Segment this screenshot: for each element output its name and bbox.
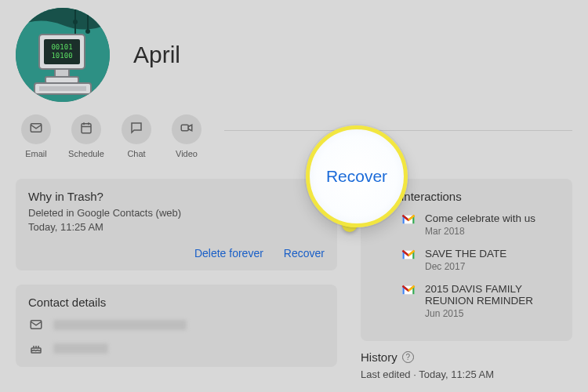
email-label: Email: [25, 149, 47, 158]
interaction-title: 2015 DAVIS FAMILY REUNION REMINDER: [425, 283, 560, 307]
svg-rect-9: [55, 69, 69, 77]
svg-point-4: [85, 29, 90, 34]
divider: [224, 130, 572, 131]
calendar-icon: [79, 121, 93, 138]
history-title: History: [361, 350, 397, 364]
help-icon[interactable]: ?: [402, 351, 414, 363]
video-label: Video: [176, 149, 198, 158]
interaction-date: Jun 2015: [425, 308, 560, 319]
redacted-birthday: [53, 343, 108, 354]
schedule-label: Schedule: [68, 149, 104, 158]
svg-rect-18: [181, 125, 188, 131]
chat-label: Chat: [127, 149, 145, 158]
redacted-email: [53, 320, 187, 330]
contact-name: April: [133, 42, 180, 68]
svg-rect-12: [39, 86, 86, 91]
interaction-title: Come celebrate with us: [425, 212, 535, 224]
svg-rect-14: [82, 124, 91, 133]
trash-card: Why in Trash? Deleted in Google Contacts…: [16, 179, 337, 270]
cake-icon: [28, 340, 44, 356]
delete-forever-button[interactable]: Delete forever: [194, 247, 263, 260]
history-section: History ? Last edited · Today, 11:25 AM: [361, 350, 572, 380]
trash-title: Why in Trash?: [28, 190, 325, 203]
chat-icon: [129, 121, 143, 138]
trash-time: Today, 11:25 AM: [28, 220, 325, 234]
contact-details-card: Contact details: [16, 285, 337, 367]
gmail-icon: [401, 248, 416, 263]
interaction-item[interactable]: 2015 DAVIS FAMILY REUNION REMINDERJun 20…: [401, 283, 560, 319]
email-action[interactable]: Email: [16, 114, 56, 158]
callout-label: Recover: [326, 167, 387, 186]
svg-text:10100: 10100: [51, 52, 72, 60]
email-icon: [29, 121, 43, 138]
interaction-date: Dec 2017: [425, 261, 506, 272]
video-icon: [180, 121, 194, 138]
video-action[interactable]: Video: [166, 114, 207, 158]
history-line: Last edited · Today, 11:25 AM: [361, 368, 572, 380]
avatar: 00101 10100: [16, 8, 110, 102]
svg-rect-10: [45, 77, 78, 83]
gmail-icon: [401, 212, 416, 228]
recover-button[interactable]: Recover: [284, 247, 325, 260]
chat-action[interactable]: Chat: [116, 114, 157, 158]
gmail-icon: [401, 283, 416, 299]
callout-bubble: Recover: [306, 125, 408, 227]
interactions-title: interactions: [401, 190, 560, 203]
svg-point-3: [73, 20, 78, 24]
interaction-item[interactable]: Come celebrate with usMar 2018: [401, 212, 560, 237]
interaction-date: Mar 2018: [425, 226, 535, 237]
details-title: Contact details: [28, 296, 325, 309]
interaction-title: SAVE THE DATE: [425, 248, 506, 260]
schedule-action[interactable]: Schedule: [66, 114, 107, 158]
email-icon: [28, 317, 44, 332]
svg-text:00101: 00101: [51, 43, 72, 51]
trash-source: Deleted in Google Contacts (web): [28, 206, 325, 220]
interaction-item[interactable]: SAVE THE DATEDec 2017: [401, 248, 560, 272]
